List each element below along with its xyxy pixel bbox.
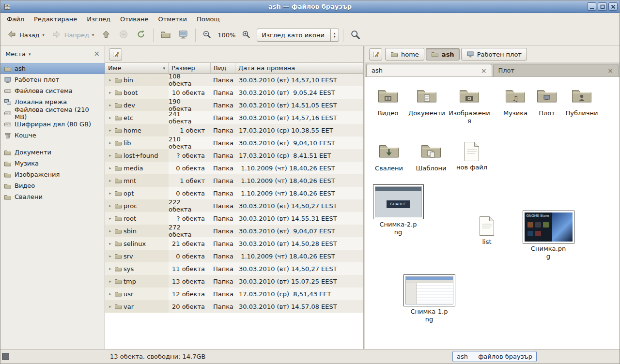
menubar-item[interactable]: Редактиране: [29, 13, 82, 25]
table-row[interactable]: ▸sys11 обектаПапка30.03.2010 (вт) 14,50,…: [105, 262, 363, 275]
file-item[interactable]: ♫Музика: [497, 85, 534, 117]
table-row[interactable]: ▸lost+found? обектаПапка17.03.2010 (ср) …: [105, 149, 363, 162]
expander-icon[interactable]: ▸: [108, 304, 113, 309]
expander-icon[interactable]: ▸: [108, 191, 113, 196]
sidebar-item[interactable]: Изображения: [0, 169, 105, 180]
zoom-out-button[interactable]: [200, 28, 214, 43]
table-row[interactable]: ▸dev190 обектаПапка30.03.2010 (вт) 14,51…: [105, 99, 363, 111]
expander-icon[interactable]: ▸: [108, 178, 113, 183]
table-row[interactable]: ▸srv0 обектаПапка 1.10.2009 (чт) 18,40,2…: [105, 250, 363, 262]
combo-spinner-icon[interactable]: ▴▾: [330, 29, 339, 41]
expander-icon[interactable]: ▸: [108, 77, 113, 82]
back-button[interactable]: Назад ▾: [3, 27, 47, 44]
sidebar-item[interactable]: Шифриран дял (80 GB): [0, 119, 105, 130]
panel-applet-icon[interactable]: [2, 353, 9, 360]
path-button[interactable]: Работен плот: [461, 48, 527, 61]
file-item[interactable]: Снимка-1.png: [403, 274, 455, 324]
file-item[interactable]: Плот: [531, 85, 563, 117]
sidebar-item[interactable]: Видео: [0, 180, 105, 191]
column-header[interactable]: Размер: [169, 63, 211, 73]
expander-icon[interactable]: ▸: [108, 140, 113, 145]
table-row[interactable]: ▸bin108 обектаПапка30.03.2010 (вт) 14,57…: [105, 74, 363, 86]
sidebar-item[interactable]: ash: [0, 63, 105, 74]
file-item[interactable]: GNOME StoreСнимка.png: [521, 211, 575, 261]
taskbar-window-button[interactable]: ash — файлов браузър: [452, 351, 537, 362]
table-row[interactable]: ▸opt0 обектаПапка 1.10.2009 (чт) 18,40,2…: [105, 187, 363, 199]
tab[interactable]: Плот×: [493, 64, 619, 76]
forward-button[interactable]: Напред ▾: [48, 27, 97, 44]
table-row[interactable]: ▸var20 обектаПапка30.03.2010 (вт) 14,57,…: [105, 300, 363, 313]
sidebar-item[interactable]: Музика: [0, 158, 105, 169]
back-dropdown-icon[interactable]: ▾: [42, 33, 45, 37]
table-row[interactable]: ▸tmp13 обектаПапка30.03.2010 (вт) 15,07,…: [105, 275, 363, 288]
expander-icon[interactable]: ▸: [108, 241, 113, 246]
table-row[interactable]: ▸boot10 обектаПапка30.03.2010 (вт) 9,05,…: [105, 86, 363, 99]
expander-icon[interactable]: ▸: [108, 216, 113, 221]
table-row[interactable]: ▸media0 обектаПапка 1.10.2009 (чт) 18,40…: [105, 162, 363, 174]
table-row[interactable]: ▸sbin272 обектаПапка30.03.2010 (вт) 9,04…: [105, 225, 363, 237]
expander-icon[interactable]: ▸: [108, 166, 113, 170]
table-row[interactable]: ▸selinux21 обектаПапка30.03.2010 (вт) 14…: [105, 237, 363, 250]
sidebar-item[interactable]: Свалени: [0, 191, 105, 202]
location-toggle-button[interactable]: [369, 48, 382, 61]
zoom-in-button[interactable]: [239, 28, 253, 43]
expander-icon[interactable]: ▸: [108, 279, 113, 284]
window-titlebar[interactable]: ash — файлов браузър: [0, 0, 620, 13]
expander-icon[interactable]: ▸: [108, 153, 113, 158]
sidebar-close-icon[interactable]: ×: [93, 50, 100, 58]
table-row[interactable]: ▸usr12 обектаПапка17.03.2010 (ср) 8,51,4…: [105, 288, 363, 300]
column-header[interactable]: Име▾: [105, 63, 169, 73]
expander-icon[interactable]: ▸: [108, 115, 113, 120]
computer-button[interactable]: [175, 27, 191, 44]
table-row[interactable]: ▸root? обектаПапка30.03.2010 (вт) 14,55,…: [105, 212, 363, 225]
file-item[interactable]: Публични: [562, 85, 602, 117]
search-button[interactable]: [347, 27, 363, 44]
column-header[interactable]: Вид: [211, 63, 235, 73]
tab-close-icon[interactable]: ×: [607, 67, 613, 74]
tab[interactable]: ash×: [366, 64, 492, 76]
table-row[interactable]: ▸etc241 обектаПапка30.03.2010 (вт) 14,57…: [105, 111, 363, 124]
sidebar-item[interactable]: Документи: [0, 147, 105, 158]
expander-icon[interactable]: ▸: [108, 128, 113, 133]
tab-close-icon[interactable]: ×: [481, 67, 487, 74]
column-header[interactable]: Дата на промяна: [235, 63, 363, 73]
file-item[interactable]: list: [470, 215, 504, 246]
expander-icon[interactable]: ▸: [108, 266, 113, 271]
file-item[interactable]: Документи: [406, 85, 448, 117]
menubar-item[interactable]: Отметки: [153, 13, 191, 25]
sidebar-item[interactable]: Файлова система: [0, 85, 105, 96]
expander-icon[interactable]: ▸: [108, 228, 113, 233]
menubar-item[interactable]: Изглед: [82, 13, 115, 25]
sidebar-item[interactable]: Файлова система (210 MB): [0, 107, 105, 119]
file-item[interactable]: Видео: [369, 85, 407, 117]
file-item[interactable]: Свалени: [369, 140, 409, 172]
file-item[interactable]: Шаблони: [411, 140, 451, 172]
table-row[interactable]: ▸home1 обектПапка17.03.2010 (ср) 10,38,5…: [105, 124, 363, 136]
table-row[interactable]: ▸mnt1 обектПапка 1.10.2009 (чт) 18,40,26…: [105, 174, 363, 187]
file-item[interactable]: нов файл: [453, 141, 490, 171]
menubar-item[interactable]: Файл: [2, 13, 29, 25]
menubar-item[interactable]: Помощ: [192, 13, 225, 25]
view-mode-select[interactable]: Изглед като икони ▴▾: [257, 29, 339, 42]
menubar-item[interactable]: Отиване: [115, 13, 153, 25]
expander-icon[interactable]: ▸: [108, 103, 113, 107]
sidebar-item[interactable]: Кошче: [0, 130, 105, 141]
expander-icon[interactable]: ▸: [108, 90, 113, 95]
path-button[interactable]: ash: [426, 48, 460, 61]
expander-icon[interactable]: ▸: [108, 203, 113, 208]
expander-icon[interactable]: ▸: [108, 254, 113, 258]
table-row[interactable]: ▸proc222 обектаПапка30.03.2010 (вт) 14,5…: [105, 199, 363, 212]
path-button[interactable]: home: [385, 48, 424, 61]
file-item[interactable]: Изображения: [449, 85, 490, 125]
expander-icon[interactable]: ▸: [108, 291, 113, 296]
home-button[interactable]: [157, 27, 174, 44]
sidebar-dropdown-icon[interactable]: ▾: [29, 52, 31, 57]
sidebar-title[interactable]: Места: [5, 50, 26, 58]
close-button[interactable]: [608, 2, 618, 11]
table-row[interactable]: ▸lib210 обектаПапка30.03.2010 (вт) 9,04,…: [105, 136, 363, 149]
maximize-button[interactable]: [598, 2, 607, 11]
stop-button[interactable]: [115, 27, 132, 44]
sidebar-item[interactable]: Работен плот: [0, 74, 105, 85]
location-toggle-button[interactable]: [109, 48, 122, 61]
minimize-button[interactable]: [587, 2, 596, 11]
